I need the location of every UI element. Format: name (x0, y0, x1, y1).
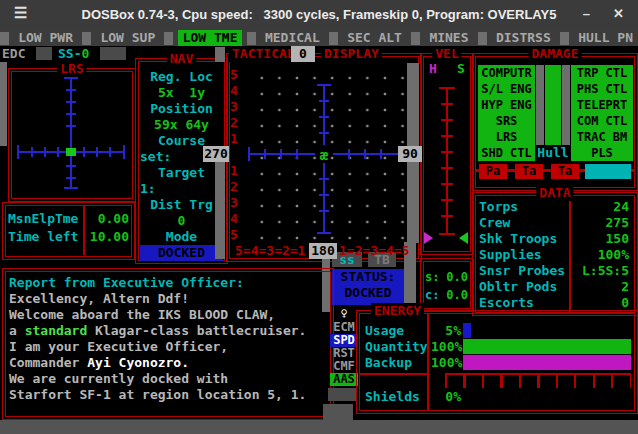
menu-divider (411, 32, 420, 45)
message-panel: Report from Executive Officer: Excellenc… (2, 268, 334, 420)
status-value: DOCKED (332, 285, 404, 301)
bottom-gray-tab (323, 404, 353, 421)
vel-s-indicator-arrow (459, 232, 468, 244)
lrs-crosshair (14, 74, 128, 194)
axis-bottom-1: 1 (230, 163, 238, 179)
status-badge: STATUS: DOCKED (332, 269, 404, 305)
energy-divider (427, 313, 429, 411)
dosbox-window: ☰ DOSBox 0.74-3, Cpu speed: 3300 cycles,… (0, 0, 638, 434)
course-readout: c: 0.0 (425, 287, 468, 303)
axis-top-1: 1 (230, 131, 238, 147)
message-line-3: Welcome aboard the IKS BLOOD CLAW, (9, 307, 275, 323)
female-symbol-button[interactable]: ♀ (336, 307, 352, 320)
message-line-5: I am your Executive Officer, (9, 339, 228, 355)
dist-trg-label: Dist Trg (139, 197, 224, 213)
damage-pls: PLS (571, 145, 633, 161)
axis-top-3: 3 (230, 99, 238, 115)
tactical-heading-bottom: 180 (309, 243, 337, 259)
energy-backup-bar (463, 355, 631, 370)
damage-shd-ctl: SHD CTL (478, 145, 535, 161)
hull-bar-left-track (536, 65, 544, 145)
energy-quantity-bar (463, 339, 631, 354)
data-value-snsr-probes: L:5S:5 (573, 263, 629, 279)
menu-item-low-sup[interactable]: LOW SUP (95, 30, 160, 46)
axis-bottom-left-row: 5=4=3=2=1 (235, 243, 305, 259)
message-line-6b-name: Ayi Cyonozro. (87, 355, 189, 370)
tactical-crosshair: æ (239, 63, 409, 245)
target-label: Target (139, 165, 224, 181)
mode-value-docked: DOCKED (140, 245, 223, 261)
menu-divider (0, 32, 9, 45)
energy-usage-value: 5% (431, 323, 461, 339)
timers-panel: MsnElpTme 0.00 Time left 10.00 (2, 202, 135, 260)
message-line-8: Starfort SF-1 at region location 5, 1. (9, 387, 306, 403)
damage-computr: COMPUTR (478, 65, 535, 81)
menu-item-hull-pn[interactable]: HULL PN (573, 30, 638, 46)
message-line-4b-highlight: standard (25, 323, 88, 338)
ss-counter: SS-0 (58, 46, 89, 62)
menu-item-low-pwr[interactable]: LOW PWR (13, 30, 78, 46)
ss-indicator-box (100, 47, 126, 60)
data-value-escorts: 0 (573, 295, 629, 311)
data-label-supplies: Supplies (479, 247, 542, 263)
edc-label: EDC (2, 46, 25, 62)
tactical-heading-top: 0 (291, 46, 315, 62)
aas-button[interactable]: AAS (330, 373, 358, 386)
energy-panel: ENERGY Usage 5% Quantity 100% Backup 100… (356, 310, 638, 414)
data-value-torps: 24 (573, 199, 629, 215)
data-title: DATA (536, 185, 573, 201)
menu-item-mines[interactable]: MINES (424, 30, 473, 46)
menu-divider (82, 32, 91, 45)
tactical-heading-left: 270 (203, 146, 229, 162)
damage-srs: SRS (478, 113, 535, 129)
menu-divider (560, 32, 569, 45)
axis-bottom-3: 3 (230, 195, 238, 211)
message-line-6: Commander Ayi Cyonozro. (9, 355, 189, 371)
status-label: STATUS: (332, 269, 404, 285)
axis-top-2: 2 (230, 115, 238, 131)
menu-item-low-tme[interactable]: LOW TME (178, 30, 243, 46)
data-label-torps: Torps (479, 199, 518, 215)
speed-readout-label: s: (425, 269, 439, 285)
axis-top-4: 4 (230, 83, 238, 99)
data-label-escorts: Escorts (479, 295, 534, 311)
menu-item-sec-alt[interactable]: SEC ALT (342, 30, 407, 46)
pod-ta-2: Ta (551, 164, 579, 179)
data-divider (569, 195, 571, 313)
message-line-4c: Klagar-class battlecruiser. (87, 323, 306, 338)
tactical-topleft-block (215, 47, 225, 62)
game-menubar: LOW PWR LOW SUP LOW TME MEDICAL SEC ALT … (0, 30, 638, 46)
reg-loc-label: Reg. Loc (139, 69, 224, 85)
energy-usage-bar (463, 323, 471, 338)
data-label-snsr-probes: Snsr Probes (479, 263, 565, 279)
message-line-4a: a (9, 323, 25, 338)
ss-prefix: SS- (58, 46, 81, 61)
mission-elapsed-label: MsnElpTme (8, 211, 78, 227)
position-label: Position (139, 101, 224, 117)
tactical-title-right: DISPLAY (321, 46, 382, 62)
course-readout-value: 0.0 (446, 287, 468, 303)
vel-readout-panel: s: 0.0 c: 0.0 (420, 258, 474, 312)
energy-quantity-bar-track (463, 339, 631, 354)
window-bottom-strip (0, 420, 638, 434)
minimize-button[interactable]: – (583, 6, 590, 22)
vel-h-indicator-arrow (424, 232, 433, 244)
damage-phs-ctl: PHS CTL (571, 81, 633, 97)
damage-title: DAMAGE (529, 46, 582, 62)
damage-trp-ctl: TRP CTL (571, 65, 633, 81)
menu-item-distrss[interactable]: DISTRSS (491, 30, 556, 46)
data-panel: DATA Torps 24 Crew 275 Shk Troops 150 Su… (472, 192, 638, 316)
damage-teleprt: TELEPRT (571, 97, 633, 113)
vel-h-label: H (429, 61, 437, 77)
dist-trg-value: 0 (139, 213, 224, 229)
energy-usage-bar-track (463, 323, 631, 338)
reg-loc-value: 5x 1y (139, 85, 224, 101)
energy-backup-value: 100% (431, 355, 461, 371)
energy-separator-line (360, 373, 427, 375)
axis-bottom-2: 2 (230, 179, 238, 195)
vel-panel: VEL H S (420, 53, 474, 255)
player-ship-glyph: æ (320, 147, 329, 163)
menu-item-medical[interactable]: MEDICAL (260, 30, 325, 46)
damage-panel: DAMAGE COMPUTR S/L ENG HYP ENG SRS LRS S… (472, 53, 638, 191)
close-button[interactable]: ✕ (613, 6, 624, 22)
